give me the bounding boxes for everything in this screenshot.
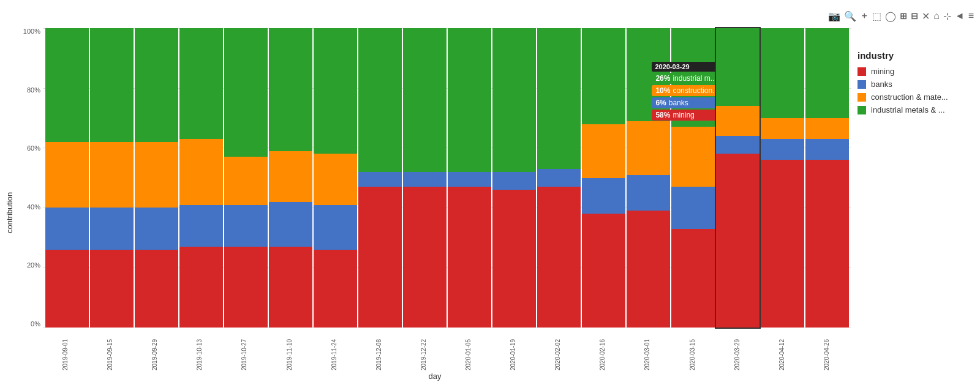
bar-segment — [269, 247, 312, 328]
bar-group[interactable] — [492, 28, 536, 328]
plot-and-legend: 0%20%40%60%80%100% 2020-03-2926% industr… — [18, 28, 980, 382]
x-tick: 2020-04-26 — [823, 330, 830, 370]
bar-segment — [627, 175, 670, 211]
bar-group[interactable] — [805, 28, 849, 328]
bar-group[interactable] — [179, 28, 223, 328]
legend-color-box — [858, 67, 866, 76]
bar-segment — [90, 208, 134, 249]
bar-group[interactable] — [627, 28, 670, 328]
y-tick: 60% — [18, 145, 43, 152]
bar-group[interactable] — [537, 28, 581, 328]
bar-segment — [805, 118, 849, 139]
bar-group[interactable] — [761, 28, 804, 328]
bar-segment — [671, 127, 715, 187]
bar-stack — [627, 28, 670, 328]
x-tick: 2020-04-12 — [778, 330, 785, 370]
bar-segment — [314, 28, 357, 154]
x-tick: 2019-10-13 — [196, 330, 203, 370]
bar-segment — [224, 247, 268, 328]
bar-stack — [314, 28, 357, 328]
bar-segment — [627, 121, 670, 175]
x-tick-container: 2020-01-19 — [491, 330, 535, 370]
bar-segment — [716, 28, 760, 106]
plus-icon[interactable]: ＋ — [860, 10, 869, 21]
bar-segment — [179, 139, 223, 205]
bar-group[interactable] — [269, 28, 312, 328]
home-icon[interactable]: ⌂ — [933, 10, 940, 21]
camera-icon[interactable]: 📷 — [828, 10, 840, 22]
legend-label: construction & mate... — [871, 92, 948, 102]
close-icon[interactable]: ✕ — [922, 10, 930, 22]
bar-stack — [671, 28, 715, 328]
bar-segment — [224, 157, 268, 204]
bar-segment — [45, 28, 89, 142]
x-axis: 2019-09-012019-09-152019-09-292019-10-13… — [18, 328, 851, 370]
bar-group[interactable] — [582, 28, 625, 328]
bars-wrapper — [43, 28, 851, 328]
autoscale-icon[interactable]: ⊹ — [943, 10, 951, 22]
y-ticks: 0%20%40%60%80%100% — [18, 28, 43, 328]
bar-segment — [135, 208, 178, 249]
bar-group[interactable] — [45, 28, 89, 328]
bar-group[interactable] — [403, 28, 447, 328]
x-tick-container: 2020-02-16 — [580, 330, 625, 370]
x-tick: 2019-09-15 — [107, 330, 113, 370]
bar-segment — [761, 118, 804, 139]
bar-segment — [179, 28, 223, 139]
legend-color-box — [858, 93, 866, 102]
bar-segment — [716, 154, 760, 328]
bar-segment — [90, 250, 134, 328]
legend-item: construction & mate... — [858, 92, 974, 102]
bar-segment — [671, 229, 715, 328]
bar-stack — [45, 28, 89, 328]
bar-stack — [135, 28, 178, 328]
bar-group[interactable] — [224, 28, 268, 328]
x-tick: 2020-02-16 — [599, 330, 606, 370]
x-tick-container: 2019-09-29 — [132, 330, 177, 370]
legend-area: industry mining banks construction & mat… — [851, 28, 980, 382]
bar-group[interactable] — [90, 28, 134, 328]
bar-group[interactable] — [135, 28, 178, 328]
bar-segment — [135, 28, 178, 142]
grid-and-bars: 0%20%40%60%80%100% 2020-03-2926% industr… — [18, 28, 851, 328]
bar-segment — [537, 28, 581, 169]
bar-stack — [90, 28, 134, 328]
bar-segment — [448, 28, 491, 172]
bar-segment — [627, 211, 670, 328]
bar-group[interactable] — [716, 28, 760, 328]
bar-group[interactable] — [358, 28, 402, 328]
legend-color-box — [858, 80, 866, 89]
x-tick-container: 2019-09-01 — [43, 330, 88, 370]
bar-segment — [269, 151, 312, 202]
bar-segment — [135, 142, 178, 208]
x-tick: 2020-03-15 — [689, 330, 696, 370]
x-tick: 2019-09-01 — [62, 330, 69, 370]
bar-group[interactable] — [448, 28, 491, 328]
legend-item: banks — [858, 80, 974, 89]
bar-group[interactable] — [671, 28, 715, 328]
back-icon[interactable]: ◄ — [955, 10, 965, 21]
select-icon[interactable]: ⬚ — [872, 10, 881, 22]
lasso-icon[interactable]: ◯ — [885, 10, 896, 22]
x-tick: 2019-11-24 — [331, 330, 337, 370]
legend-item: industrial metals & ... — [858, 105, 974, 114]
bar-segment — [716, 136, 760, 154]
bar-stack — [179, 28, 223, 328]
bar-segment — [761, 139, 804, 160]
bar-stack — [448, 28, 491, 328]
bar-stack — [761, 28, 804, 328]
bar-stack — [582, 28, 625, 328]
x-tick: 2020-01-05 — [465, 330, 472, 370]
bar-stack — [716, 28, 760, 328]
minus-icon[interactable]: ⊟ — [911, 11, 918, 21]
x-tick-container: 2020-04-12 — [760, 330, 804, 370]
menu-icon[interactable]: ≡ — [968, 10, 974, 21]
legend-label: banks — [871, 80, 892, 89]
add-icon[interactable]: ⊞ — [900, 11, 907, 21]
bar-group[interactable] — [314, 28, 357, 328]
x-tick-container: 2019-12-08 — [356, 330, 401, 370]
bar-segment — [582, 28, 625, 124]
zoom-icon[interactable]: 🔍 — [844, 10, 856, 22]
bar-stack — [224, 28, 268, 328]
bar-segment — [492, 172, 536, 190]
